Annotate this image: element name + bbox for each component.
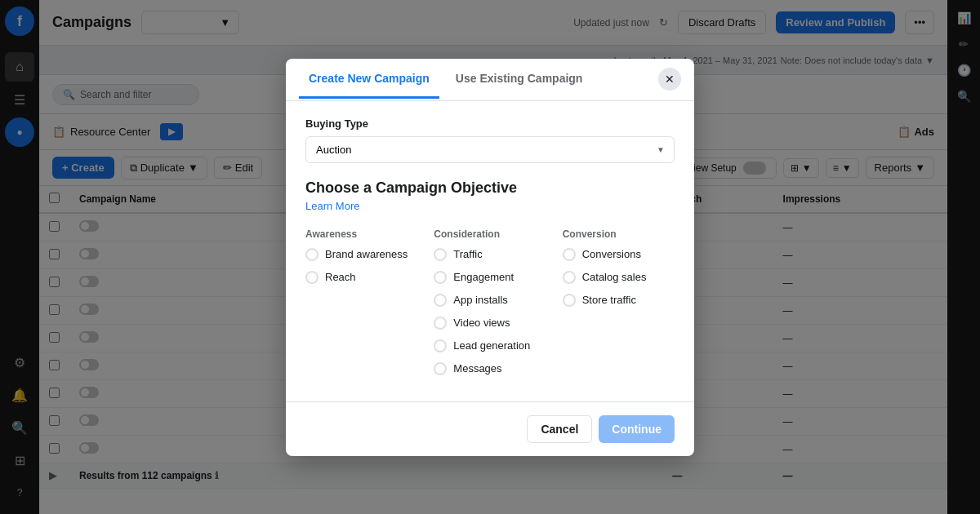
radio-lead-generation[interactable] [434, 339, 447, 352]
buying-type-select[interactable]: Auction Reach and Frequency [305, 136, 675, 163]
radio-conversions[interactable] [563, 248, 576, 261]
lead-generation-label: Lead generation [453, 339, 530, 352]
engagement-label: Engagement [453, 271, 514, 283]
learn-more-link[interactable]: Learn More [305, 200, 675, 212]
video-views-label: Video views [453, 317, 510, 329]
objective-item-app-installs[interactable]: App installs [434, 294, 546, 307]
conversion-title: Conversion [563, 228, 675, 240]
cancel-button[interactable]: Cancel [527, 415, 592, 443]
radio-catalog-sales[interactable] [563, 271, 576, 284]
objectives-grid: Awareness Brand awareness Reach Consider… [305, 228, 675, 385]
radio-app-installs[interactable] [434, 294, 447, 307]
buying-type-label: Buying Type [305, 117, 675, 130]
store-traffic-label: Store traffic [582, 294, 636, 306]
conversion-column: Conversion Conversions Catalog sales Sto… [563, 228, 675, 385]
objective-item-engagement[interactable]: Engagement [434, 271, 546, 284]
radio-store-traffic[interactable] [563, 294, 576, 307]
modal-tab-create[interactable]: Create New Campaign [299, 60, 439, 99]
objective-item-video-views[interactable]: Video views [434, 317, 546, 330]
objective-item-store-traffic[interactable]: Store traffic [563, 294, 675, 307]
objective-item-traffic[interactable]: Traffic [434, 248, 546, 261]
radio-reach[interactable] [305, 271, 318, 284]
awareness-column: Awareness Brand awareness Reach [305, 228, 417, 385]
objective-item-conversions[interactable]: Conversions [563, 248, 675, 261]
messages-label: Messages [453, 362, 501, 374]
traffic-label: Traffic [453, 248, 482, 260]
awareness-title: Awareness [305, 228, 417, 240]
objective-item-catalog-sales[interactable]: Catalog sales [563, 271, 675, 284]
modal-overlay: Create New Campaign Use Existing Campaig… [0, 0, 980, 514]
app-installs-label: App installs [453, 294, 507, 306]
objective-item-brand-awareness[interactable]: Brand awareness [305, 248, 417, 261]
modal-tab-existing[interactable]: Use Existing Campaign [446, 60, 593, 99]
radio-traffic[interactable] [434, 248, 447, 261]
modal-body: Buying Type Auction Reach and Frequency … [286, 101, 694, 401]
consideration-title: Consideration [434, 228, 546, 240]
objective-item-reach[interactable]: Reach [305, 271, 417, 284]
modal-close-button[interactable]: ✕ [658, 68, 681, 91]
buying-type-select-wrapper: Auction Reach and Frequency [305, 136, 675, 163]
consideration-column: Consideration Traffic Engagement App ins… [434, 228, 546, 385]
radio-engagement[interactable] [434, 271, 447, 284]
continue-button[interactable]: Continue [599, 415, 675, 443]
radio-messages[interactable] [434, 362, 447, 375]
brand-awareness-label: Brand awareness [325, 248, 408, 260]
objective-item-lead-generation[interactable]: Lead generation [434, 339, 546, 352]
objective-title: Choose a Campaign Objective [305, 179, 675, 197]
catalog-sales-label: Catalog sales [582, 271, 647, 283]
reach-label: Reach [325, 271, 356, 283]
modal-footer: Cancel Continue [286, 401, 694, 456]
modal-header: Create New Campaign Use Existing Campaig… [286, 59, 694, 101]
create-campaign-modal: Create New Campaign Use Existing Campaig… [286, 59, 694, 456]
radio-video-views[interactable] [434, 317, 447, 330]
radio-brand-awareness[interactable] [305, 248, 318, 261]
objective-item-messages[interactable]: Messages [434, 362, 546, 375]
conversions-label: Conversions [582, 248, 641, 260]
